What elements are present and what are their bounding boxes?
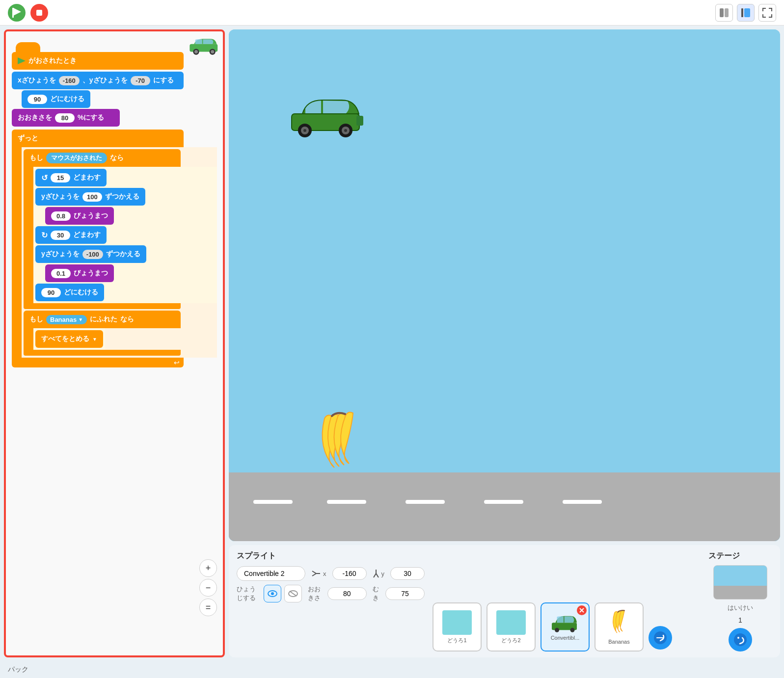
bananas-label: Bananas <box>608 639 629 645</box>
point90-value[interactable]: 90 <box>41 288 61 297</box>
direction-value[interactable]: 90 <box>27 95 47 104</box>
stage-thumbnail[interactable] <box>713 565 767 600</box>
direction-value-input[interactable] <box>385 587 425 600</box>
if1-label: もし <box>29 154 43 162</box>
sprite-item-douro1[interactable]: どうろ1 <box>433 602 482 652</box>
banana-sprite[interactable] <box>307 409 361 472</box>
if1-then: なら <box>110 154 124 162</box>
stop-all-block[interactable]: すべてをとめる ▼ <box>35 330 103 348</box>
set-x-label: xざひょうを <box>18 76 56 85</box>
add-stage-button[interactable] <box>729 628 752 652</box>
loop-bottom-arrow: ↩ <box>174 359 180 366</box>
size-value[interactable]: 80 <box>55 113 75 123</box>
stage-bg-count: 1 <box>738 616 742 624</box>
stop-all-label: すべてをとめる <box>41 335 89 343</box>
stop-dropdown[interactable]: ▼ <box>92 337 97 342</box>
x-value-input[interactable] <box>332 567 367 580</box>
view-split-button[interactable] <box>715 4 733 22</box>
hat-block-when-flag[interactable]: がおされたとき <box>12 52 184 70</box>
delete-sprite-button[interactable] <box>577 605 587 615</box>
right-panel: スプライト x y ひょうじする <box>229 29 780 657</box>
view-fullscreen-button[interactable] <box>758 4 776 22</box>
road-line-2 <box>327 500 366 504</box>
show-label: ひょうじする <box>237 585 258 602</box>
point-direction-block[interactable]: 90 どにむける <box>22 90 90 108</box>
sprite-item-convertible[interactable]: Convertibl... <box>541 602 590 652</box>
wait1-value[interactable]: 0.8 <box>51 211 71 221</box>
y-value[interactable]: -70 <box>131 76 150 85</box>
wait2-block[interactable]: 0.1 びょうまつ <box>45 264 114 282</box>
green-flag-button[interactable] <box>8 4 26 22</box>
stop-button[interactable] <box>30 4 48 22</box>
turn-right-label: どまわす <box>73 231 101 239</box>
turn-left-value[interactable]: 15 <box>51 173 70 183</box>
zoom-out-button[interactable]: − <box>199 579 217 597</box>
hide-button[interactable] <box>284 585 302 602</box>
change-y-plus-block[interactable]: yざひょうを 100 ずつかえる <box>35 188 145 206</box>
sprite-item-bananas[interactable]: Bananas <box>595 602 644 652</box>
x-value[interactable]: -160 <box>59 76 80 85</box>
dropdown-arrow: ▼ <box>78 317 83 322</box>
forever-block: ずっと もし マウスがおされた なら <box>12 130 217 367</box>
sprite-section-label: スプライト <box>237 551 425 561</box>
turn-left-block[interactable]: ↺ 15 どまわす <box>35 169 107 186</box>
sprite-item-douro2[interactable]: どうろ2 <box>487 602 536 652</box>
direction-label: どにむける <box>50 95 84 104</box>
pack-label: パック <box>0 661 784 678</box>
fit-button[interactable]: = <box>199 599 217 616</box>
size-value-input[interactable] <box>327 587 367 600</box>
size-label: おおきさ <box>308 585 322 602</box>
size-label2: %にする <box>78 113 104 122</box>
top-bar <box>0 0 784 26</box>
flag-icon <box>18 57 26 64</box>
wait2-value[interactable]: 0.1 <box>51 269 71 278</box>
y-change1-label2: ずつかえる <box>105 192 139 201</box>
block-stack: がおされたとき xざひょうを -160 、yざひょうを -70 にする 90 ど… <box>12 37 217 367</box>
set-size-block[interactable]: おおきさを 80 %にする <box>12 109 120 127</box>
douro2-label: どうろ2 <box>501 637 520 644</box>
direction-label: むき <box>373 585 379 602</box>
top-bar-right <box>715 4 776 22</box>
turn-right-block[interactable]: ↻ 30 どまわす <box>35 226 107 244</box>
svg-point-19 <box>344 129 347 132</box>
wait1-block[interactable]: 0.8 びょうまつ <box>45 207 114 225</box>
sprite-name-input[interactable] <box>237 566 305 581</box>
svg-rect-6 <box>744 8 750 17</box>
if2-condition[interactable]: Bananas ▼ <box>46 315 87 324</box>
point90-block[interactable]: 90 どにむける <box>35 284 104 301</box>
road-line-3 <box>406 500 445 504</box>
y-change2-label: yざひょうを <box>41 250 80 259</box>
sprite-list: どうろ1 どうろ2 <box>433 551 701 652</box>
zoom-controls: + − = <box>199 559 217 616</box>
y-value-input[interactable] <box>390 567 425 580</box>
forever-label: ずっと <box>18 134 38 143</box>
visibility-buttons <box>264 585 302 602</box>
car-sprite[interactable] <box>288 93 356 132</box>
change-y-minus-block[interactable]: yざひょうを -100 ずつかえる <box>35 245 146 263</box>
stage-panel: ステージ はいけい 1 <box>708 551 772 652</box>
if1-condition[interactable]: マウスがおされた <box>46 153 107 163</box>
y-change2-value[interactable]: -100 <box>82 250 103 259</box>
set-xy-block[interactable]: xざひょうを -160 、yざひょうを -70 にする <box>12 72 184 89</box>
zoom-in-button[interactable]: + <box>199 559 217 577</box>
road-line-1 <box>253 500 293 504</box>
if2-then1: にふれた <box>90 315 117 324</box>
y-change1-value[interactable]: 100 <box>82 192 102 202</box>
svg-rect-21 <box>356 116 363 126</box>
svg-point-34 <box>737 637 739 639</box>
show-button[interactable] <box>264 585 281 602</box>
rotate-left-icon: ↺ <box>41 173 48 183</box>
svg-rect-1 <box>12 8 14 18</box>
road-line-4 <box>484 500 523 504</box>
main-layout: がおされたとき xざひょうを -160 、yざひょうを -70 にする 90 ど… <box>0 26 784 661</box>
code-panel: がおされたとき xざひょうを -160 、yざひょうを -70 にする 90 ど… <box>4 29 225 657</box>
add-sprite-button[interactable] <box>649 626 672 650</box>
view-stage-button[interactable] <box>737 4 755 22</box>
if-mouse-block: もし マウスがおされた なら ↺ 15 <box>24 149 217 309</box>
svg-point-29 <box>555 628 559 632</box>
svg-point-16 <box>303 129 306 132</box>
turn-right-value[interactable]: 30 <box>51 231 70 240</box>
sprite-name-row: x y <box>237 566 425 581</box>
stage-area <box>229 29 780 541</box>
svg-rect-5 <box>741 8 743 17</box>
